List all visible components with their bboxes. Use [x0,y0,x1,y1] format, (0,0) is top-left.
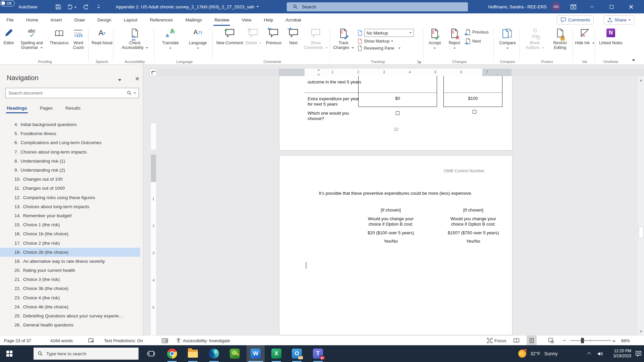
text-predictions-indicator[interactable]: Text Predictions: On [104,336,143,346]
heading-item[interactable]: 8. Understanding risk (1) [0,157,140,166]
zoom-out-button[interactable]: − [563,336,566,346]
thesaurus-button[interactable]: Thesaurus [50,27,69,46]
compare-button[interactable]: Compare [499,27,516,50]
undo-button[interactable] [66,0,73,13]
collapse-ribbon-button[interactable] [632,59,635,61]
ribbon-tab[interactable]: File [5,14,15,26]
heading-item[interactable]: 5. Foodborne illness [0,129,140,138]
taskbar-edge[interactable] [206,345,222,362]
undo-dropdown[interactable] [74,0,76,13]
heading-item[interactable]: 20. Rating your current health [0,266,140,275]
right-indent-marker[interactable] [496,73,499,75]
language-button[interactable]: A가 Language [189,27,207,50]
reject-button[interactable]: Reject [446,27,463,50]
navigation-tab[interactable]: Results [65,106,80,113]
proofing-status-button[interactable] [88,336,94,346]
taskbar-search-box[interactable]: Type here to search [34,348,139,360]
first-line-indent-marker[interactable] [317,69,320,71]
ribbon-tab[interactable]: Mailings [184,14,203,26]
ribbon-tab[interactable]: Insert [50,14,63,26]
minimize-button[interactable] [586,0,598,13]
heading-item[interactable]: 19. An alternative way to rate illness s… [0,257,140,266]
document-search-input[interactable] [8,90,125,96]
navigation-tab[interactable]: Pages [40,106,53,113]
heading-item[interactable]: 23. Choice 4 (the risk) [0,293,140,302]
ribbon-tab[interactable]: Acrobat [284,14,302,26]
document-scrollbar[interactable]: ▲ ▼ [638,76,644,335]
zoom-level[interactable]: 68% [621,336,630,346]
accessibility-status-button[interactable]: Accessibility: Investigate [176,336,230,346]
zoom-slider-handle[interactable] [581,338,584,343]
heading-item[interactable]: 26. General health questions [0,320,140,329]
heading-item[interactable]: 11. Changes out of 1000 [0,184,140,193]
focus-mode-button[interactable]: Focus [487,336,506,346]
scroll-down-arrow[interactable]: ▼ [639,329,643,334]
word-count-button[interactable]: ――=123 Word Count [70,27,87,50]
tracking-dialog-launcher[interactable] [418,60,421,63]
taskbar-word[interactable]: W [247,345,265,362]
horizontal-ruler[interactable]: 1234567 [158,69,644,76]
document-search-box[interactable] [5,88,139,98]
search-icon[interactable] [127,90,132,96]
heading-item[interactable]: 10. Changes out of 100 [0,175,140,184]
heading-item[interactable]: 6. Complications and Long-term Outcomes [0,138,140,147]
navigation-close-button[interactable]: ✕ [135,75,140,82]
customize-quick-access-toolbar-button[interactable] [95,0,102,13]
taskbar-file-explorer[interactable] [184,345,201,362]
autosave-toggle[interactable]: Off [0,0,15,6]
close-button[interactable] [625,0,637,13]
scrollbar-thumb[interactable] [639,227,643,238]
check-accessibility-button[interactable]: Check Accessibility [118,27,152,50]
print-layout-button[interactable] [527,336,537,346]
show-markup-button[interactable]: Show Markup [358,39,414,44]
ribbon-tab[interactable]: Layout [123,14,139,26]
word-count-indicator[interactable]: 4164 words [50,336,73,346]
web-layout-button[interactable] [546,336,556,346]
ribbon-tab[interactable]: References [149,14,174,26]
taskbar-outlook[interactable]: O [288,345,305,362]
save-button[interactable] [54,0,62,13]
heading-item[interactable]: 17. Choice 2 (the risk) [0,238,140,247]
weather-widget[interactable]: 32°F Sunny [518,345,557,362]
heading-item[interactable]: 9. Understanding risk (2) [0,166,140,175]
block-authors-button[interactable]: Block Authors [523,27,547,50]
translate-button[interactable]: あa Translate [162,27,179,50]
heading-item[interactable]: 25. Debriefing Questions about your surv… [0,311,140,320]
zoom-slider-track[interactable] [570,340,611,341]
heading-item[interactable]: 18. Choice 2b (the choice) [0,248,140,257]
heading-item[interactable]: 24. Choice 4b (the choice) [0,302,140,311]
taskbar-excel[interactable]: X [268,345,285,362]
taskbar-chrome[interactable] [164,345,180,362]
action-center-button[interactable] [633,345,643,362]
show-hidden-icons-button[interactable] [585,345,593,362]
taskbar-teams[interactable]: T9+ [310,345,326,362]
show-comments-button[interactable]: Show Comments [303,27,329,50]
read-aloud-button[interactable]: A⁾⁾ Read Aloud [92,27,112,46]
accept-button[interactable]: Accept [426,27,443,50]
heading-item[interactable]: 4. Initial background questions [0,120,140,129]
linked-notes-button[interactable]: N Linked Notes [599,27,623,46]
restrict-editing-button[interactable]: Restrict Editing [549,27,571,50]
heading-item[interactable]: 22. Choice 3b (the choice) [0,284,140,293]
page-indicator[interactable]: Page 23 of 37 [4,336,31,346]
navigation-options-chevron[interactable] [118,79,121,81]
heading-item[interactable]: 14. Remember your budget! [0,211,140,220]
document-page-23[interactable]: OMB Control Number: It’s possible that t… [279,155,513,335]
ribbon-tab[interactable]: View [240,14,252,26]
option-a-checkbox[interactable] [396,111,399,115]
task-view-button[interactable] [143,345,159,362]
chevron-down-icon[interactable] [134,93,136,94]
heading-item[interactable]: 15. Choice 1 (the risk) [0,220,140,229]
comments-button[interactable]: Comments [557,15,594,24]
heading-item[interactable]: 16. Choice 1b (the choice) [0,229,140,238]
ribbon-tab[interactable]: Home [25,14,39,26]
title-search-box[interactable]: Search [287,2,468,11]
previous-comment-button[interactable]: Previous [263,27,284,46]
ribbon-tab[interactable]: Draw [73,14,86,26]
ribbon-display-options-button[interactable] [568,0,579,13]
read-mode-button[interactable] [511,336,521,346]
heading-item[interactable]: 13. Choices about long-term impacts [0,202,140,211]
maximize-button[interactable] [606,0,617,13]
reviewing-pane-button[interactable]: Reviewing Pane [358,46,414,51]
ribbon-tab[interactable]: Help [263,14,274,26]
